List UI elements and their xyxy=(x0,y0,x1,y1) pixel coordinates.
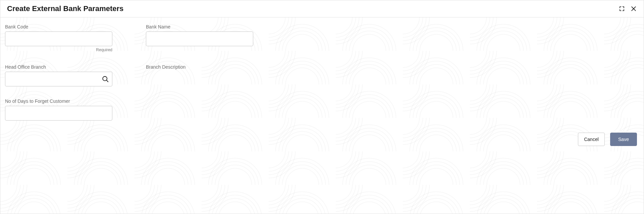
bank-code-label: Bank Code xyxy=(5,24,112,29)
head-office-branch-label: Head Office Branch xyxy=(5,64,112,70)
bank-name-input[interactable] xyxy=(146,31,253,46)
bank-code-input[interactable] xyxy=(5,31,112,46)
form-content: Bank Code Required Bank Name Head Office… xyxy=(0,17,644,214)
bank-code-group: Bank Code Required xyxy=(5,24,112,52)
bank-code-helper: Required xyxy=(5,48,112,52)
page-title: Create External Bank Parameters xyxy=(7,4,123,13)
action-buttons: Cancel Save xyxy=(5,133,639,146)
head-office-branch-input[interactable] xyxy=(5,72,112,86)
bank-name-label: Bank Name xyxy=(146,24,253,29)
collapse-icon[interactable] xyxy=(619,6,625,12)
save-button[interactable]: Save xyxy=(610,133,637,146)
header-actions xyxy=(619,5,637,12)
svg-line-3 xyxy=(106,80,108,82)
branch-description-label: Branch Description xyxy=(146,64,253,70)
page-header: Create External Bank Parameters xyxy=(0,0,644,17)
days-forget-customer-label: No of Days to Forget Customer xyxy=(5,98,112,104)
page-container: Create External Bank Parameters xyxy=(0,0,644,214)
form-row: Head Office Branch Branch Description xyxy=(5,64,639,86)
search-icon[interactable] xyxy=(102,75,109,83)
form-row: No of Days to Forget Customer xyxy=(5,98,639,121)
branch-description-group: Branch Description xyxy=(146,64,253,86)
days-forget-customer-input[interactable] xyxy=(5,106,112,121)
close-icon[interactable] xyxy=(630,5,637,12)
bank-name-group: Bank Name xyxy=(146,24,253,52)
days-forget-customer-group: No of Days to Forget Customer xyxy=(5,98,112,121)
head-office-branch-group: Head Office Branch xyxy=(5,64,112,86)
lookup-input-wrapper xyxy=(5,72,112,86)
cancel-button[interactable]: Cancel xyxy=(578,133,605,146)
form-row: Bank Code Required Bank Name xyxy=(5,24,639,52)
